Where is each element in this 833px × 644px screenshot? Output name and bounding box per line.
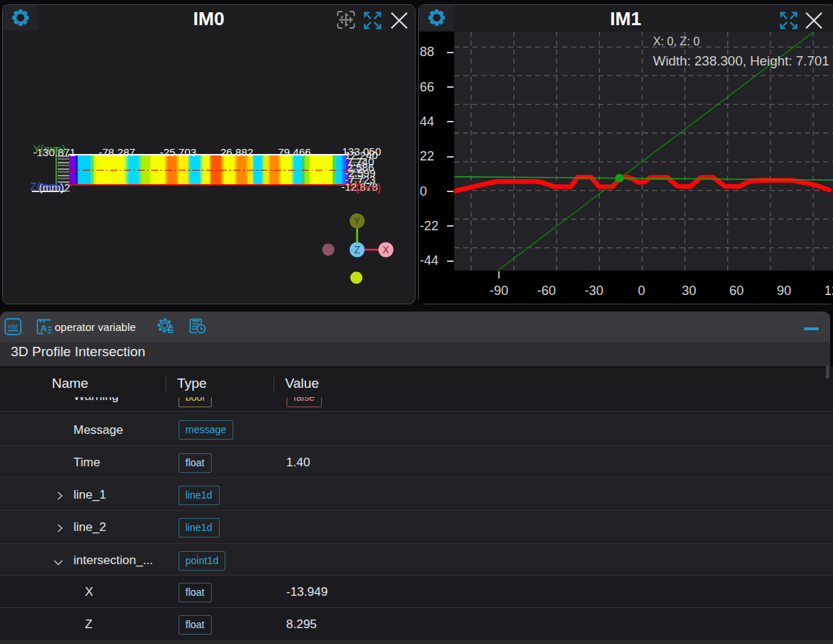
svg-text:Y: Y: [354, 215, 361, 227]
svg-text:X: X: [382, 244, 390, 255]
svg-text:A: A: [40, 323, 48, 334]
svg-text:Z: Z: [354, 244, 361, 255]
svg-text:var: var: [8, 322, 19, 330]
